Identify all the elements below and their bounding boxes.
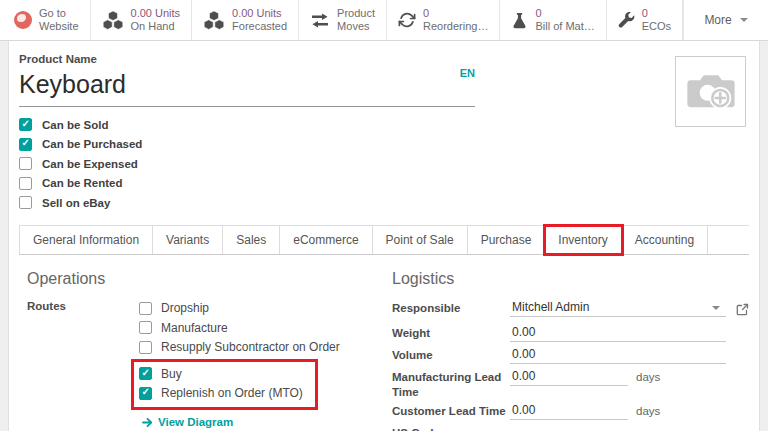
route-manufacture: Manufacture bbox=[139, 318, 340, 338]
manufacture-checkbox[interactable] bbox=[139, 321, 152, 334]
view-diagram-label: View Diagram bbox=[158, 416, 233, 428]
product-flags-list: Can be Sold Can be Purchased Can be Expe… bbox=[19, 115, 749, 213]
product-name-input[interactable]: Keyboard bbox=[19, 67, 475, 107]
responsible-field-row: Responsible Mitchell Admin bbox=[392, 299, 749, 320]
dropship-label[interactable]: Dropship bbox=[161, 301, 209, 315]
weight-field-row: Weight 0.00 bbox=[392, 324, 749, 342]
can-be-expensed-label[interactable]: Can be Expensed bbox=[42, 158, 138, 170]
reordering-stat: 0 Reordering… bbox=[423, 7, 488, 33]
can-be-purchased-label[interactable]: Can be Purchased bbox=[42, 138, 142, 150]
sell-on-ebay-row: Sell on eBay bbox=[19, 193, 749, 213]
can-be-rented-checkbox[interactable] bbox=[19, 177, 32, 190]
tab-ecommerce[interactable]: eCommerce bbox=[280, 226, 372, 254]
sell-on-ebay-checkbox[interactable] bbox=[19, 196, 32, 209]
volume-input[interactable]: 0.00 bbox=[510, 346, 726, 364]
go-to-website-label: Go to Website bbox=[39, 7, 79, 33]
product-name-label: Product Name bbox=[19, 53, 749, 65]
language-badge[interactable]: EN bbox=[460, 67, 475, 79]
customer-lead-time-suffix: days bbox=[636, 402, 660, 417]
tab-general-information[interactable]: General Information bbox=[19, 226, 153, 254]
cubes-icon bbox=[102, 11, 124, 30]
volume-field-row: Volume 0.00 bbox=[392, 346, 749, 364]
external-link-icon[interactable] bbox=[736, 302, 749, 320]
globe-icon bbox=[14, 11, 32, 29]
view-diagram-link[interactable]: View Diagram bbox=[142, 416, 340, 428]
arrow-right-icon bbox=[142, 417, 153, 428]
buy-checkbox[interactable] bbox=[139, 367, 152, 380]
tab-sales[interactable]: Sales bbox=[223, 226, 280, 254]
bill-of-materials-button[interactable]: 0 Bill of Mat… bbox=[500, 0, 606, 40]
on-hand-button[interactable]: 0.00 Units On Hand bbox=[91, 0, 193, 40]
camera-plus-icon bbox=[684, 70, 738, 114]
replenish-mto-label[interactable]: Replenish on Order (MTO) bbox=[161, 386, 303, 400]
manufacturing-lead-time-field-row: Manufacturing Lead Time 0.00 days bbox=[392, 368, 749, 400]
can-be-purchased-checkbox[interactable] bbox=[19, 138, 32, 151]
can-be-expensed-checkbox[interactable] bbox=[19, 157, 32, 170]
manufacture-label[interactable]: Manufacture bbox=[161, 321, 228, 335]
operations-group: Operations Routes Dropship Manufacture R… bbox=[19, 270, 384, 431]
hs-code-field-row: HS Code bbox=[392, 424, 749, 431]
tab-point-of-sale[interactable]: Point of Sale bbox=[373, 226, 468, 254]
weight-input[interactable]: 0.00 bbox=[510, 324, 726, 342]
can-be-rented-label[interactable]: Can be Rented bbox=[42, 177, 123, 189]
routes-label: Routes bbox=[27, 299, 139, 312]
forecasted-stat: 0.00 Units Forecasted bbox=[232, 7, 287, 33]
product-name-block: Keyboard EN bbox=[19, 67, 475, 107]
route-replenish-mto: Replenish on Order (MTO) bbox=[139, 384, 303, 404]
weight-label: Weight bbox=[392, 324, 510, 341]
ecos-button[interactable]: 0 ECOs bbox=[607, 0, 683, 40]
tab-variants[interactable]: Variants bbox=[153, 226, 223, 254]
hs-code-input[interactable] bbox=[510, 424, 726, 431]
routes-options: Dropship Manufacture Resupply Subcontrac… bbox=[139, 299, 340, 429]
can-be-sold-checkbox[interactable] bbox=[19, 118, 32, 131]
inventory-tab-content: Operations Routes Dropship Manufacture R… bbox=[19, 270, 749, 431]
tab-purchase[interactable]: Purchase bbox=[468, 226, 546, 254]
can-be-purchased-row: Can be Purchased bbox=[19, 135, 749, 155]
route-dropship: Dropship bbox=[139, 299, 340, 319]
cubes-icon bbox=[203, 11, 225, 30]
wrench-icon bbox=[618, 12, 635, 29]
dropship-checkbox[interactable] bbox=[139, 302, 152, 315]
route-resupply-subcontractor: Resupply Subcontractor on Order bbox=[139, 338, 340, 358]
routes-field-row: Routes Dropship Manufacture Resupply Sub… bbox=[27, 299, 384, 429]
customer-lead-time-input[interactable]: 0.00 bbox=[510, 402, 628, 420]
manufacturing-lead-time-input[interactable]: 0.00 bbox=[510, 368, 628, 386]
more-button[interactable]: More bbox=[683, 0, 768, 40]
go-to-website-button[interactable]: Go to Website bbox=[0, 0, 91, 40]
more-button-label: More bbox=[704, 13, 731, 27]
buy-label[interactable]: Buy bbox=[161, 367, 182, 381]
product-image-placeholder[interactable] bbox=[675, 56, 746, 127]
logistics-group: Logistics Responsible Mitchell Admin bbox=[384, 270, 749, 431]
can-be-rented-row: Can be Rented bbox=[19, 174, 749, 194]
tab-inventory[interactable]: Inventory bbox=[545, 226, 621, 254]
bom-stat: 0 Bill of Mat… bbox=[535, 7, 594, 33]
replenish-mto-checkbox[interactable] bbox=[139, 387, 152, 400]
responsible-value: Mitchell Admin bbox=[512, 300, 589, 314]
chevron-down-icon[interactable] bbox=[712, 306, 720, 310]
forecasted-button[interactable]: 0.00 Units Forecasted bbox=[192, 0, 299, 40]
can-be-sold-label[interactable]: Can be Sold bbox=[42, 119, 108, 131]
sell-on-ebay-label[interactable]: Sell on eBay bbox=[42, 197, 110, 209]
flask-icon bbox=[511, 12, 528, 29]
chevron-down-icon bbox=[740, 18, 748, 22]
tab-accounting[interactable]: Accounting bbox=[622, 226, 708, 254]
responsible-label: Responsible bbox=[392, 299, 510, 316]
product-form-sheet: Product Name Keyboard EN Can be Sold Can… bbox=[8, 41, 760, 431]
route-buy: Buy bbox=[139, 364, 303, 384]
refresh-icon bbox=[398, 12, 416, 28]
notebook-tabs: General Information Variants Sales eComm… bbox=[19, 225, 749, 255]
volume-label: Volume bbox=[392, 346, 510, 363]
product-moves-label: Product Moves bbox=[337, 7, 375, 33]
on-hand-stat: 0.00 Units On Hand bbox=[131, 7, 181, 33]
can-be-sold-row: Can be Sold bbox=[19, 115, 749, 135]
product-moves-button[interactable]: Product Moves bbox=[299, 0, 387, 40]
operations-title: Operations bbox=[27, 270, 384, 288]
manufacturing-lead-time-suffix: days bbox=[636, 368, 660, 383]
logistics-title: Logistics bbox=[392, 270, 749, 288]
ecos-stat: 0 ECOs bbox=[642, 7, 671, 33]
resupply-subcontractor-checkbox[interactable] bbox=[139, 341, 152, 354]
reordering-rules-button[interactable]: 0 Reordering… bbox=[387, 0, 500, 40]
hs-code-label: HS Code bbox=[392, 424, 510, 431]
responsible-select[interactable]: Mitchell Admin bbox=[510, 299, 726, 317]
resupply-subcontractor-label[interactable]: Resupply Subcontractor on Order bbox=[161, 340, 340, 354]
